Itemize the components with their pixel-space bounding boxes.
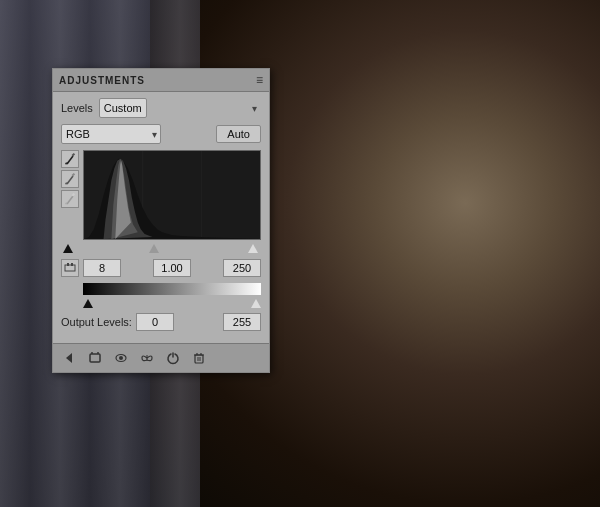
eyedropper-white-icon[interactable] (61, 190, 79, 208)
svg-point-20 (119, 356, 123, 360)
svg-rect-16 (90, 354, 100, 362)
levels-row: Levels Custom (61, 98, 261, 118)
adjustments-panel: ADJUSTMENTS ≡ Levels Custom RGB Auto (52, 68, 270, 373)
histogram-svg (84, 151, 260, 239)
clip-icon[interactable] (85, 348, 105, 368)
svg-line-0 (67, 156, 73, 164)
tools-column (61, 150, 79, 240)
levels-label: Levels (61, 102, 93, 114)
panel-menu-icon[interactable]: ≡ (256, 73, 263, 87)
output-black-slider[interactable] (83, 299, 93, 308)
svg-rect-2 (72, 153, 76, 157)
clamp-icon[interactable] (61, 259, 79, 277)
svg-rect-8 (72, 193, 76, 197)
midpoint-slider[interactable] (149, 244, 159, 253)
svg-rect-5 (72, 173, 76, 177)
bottom-toolbar (53, 343, 269, 372)
mid-input-field[interactable] (153, 259, 191, 277)
auto-button[interactable]: Auto (216, 125, 261, 143)
eye-icon[interactable] (111, 348, 131, 368)
output-black-field[interactable] (136, 313, 174, 331)
output-white-field[interactable] (223, 313, 261, 331)
svg-rect-14 (71, 263, 73, 266)
input-values-row (61, 259, 261, 277)
output-gradient-bar (83, 283, 261, 295)
rgb-row: RGB Auto (61, 124, 261, 144)
svg-rect-23 (195, 355, 203, 363)
panel-body: Levels Custom RGB Auto (53, 92, 269, 343)
svg-line-6 (67, 196, 73, 204)
channel-select[interactable]: RGB (61, 124, 161, 144)
svg-line-3 (67, 176, 73, 184)
input-slider-area (61, 244, 261, 256)
panel-title: ADJUSTMENTS (59, 75, 145, 86)
output-levels-row: Output Levels: (61, 313, 261, 331)
svg-marker-15 (66, 353, 72, 363)
trash-icon[interactable] (189, 348, 209, 368)
arrow-left-icon[interactable] (59, 348, 79, 368)
output-slider-row (83, 299, 261, 309)
power-icon[interactable] (163, 348, 183, 368)
panel-header: ADJUSTMENTS ≡ (53, 69, 269, 92)
svg-rect-13 (67, 263, 69, 266)
histogram-section (61, 150, 261, 240)
preset-select-wrapper: Custom (99, 98, 261, 118)
svg-rect-12 (65, 265, 75, 271)
histogram-display (83, 150, 261, 240)
eyedropper-black-icon[interactable] (61, 150, 79, 168)
white-point-slider[interactable] (248, 244, 258, 253)
output-white-slider[interactable] (251, 299, 261, 308)
channel-select-wrapper: RGB (61, 124, 161, 144)
black-input-field[interactable] (83, 259, 121, 277)
eyedropper-gray-icon[interactable] (61, 170, 79, 188)
preset-select[interactable]: Custom (99, 98, 147, 118)
black-point-slider[interactable] (63, 244, 73, 253)
white-input-field[interactable] (223, 259, 261, 277)
butterfly-icon[interactable] (137, 348, 157, 368)
output-levels-label: Output Levels: (61, 316, 132, 328)
output-section (61, 283, 261, 309)
